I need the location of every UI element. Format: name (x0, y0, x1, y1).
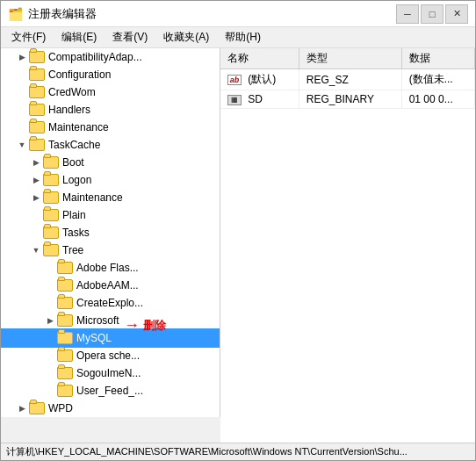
expand-tree[interactable]: ▼ (29, 243, 43, 257)
tree-node-compat[interactable]: ▶ CompatibilityAdap... (1, 48, 220, 66)
close-button[interactable]: ✕ (445, 4, 468, 24)
reg-data-sd: 01 00 0... (401, 90, 474, 109)
col-header-type: 类型 (299, 48, 401, 69)
expand-userfeed (43, 384, 57, 398)
tree-node-operasche[interactable]: Opera sche... (1, 347, 220, 364)
main-content: ▶ CompatibilityAdap... Configuration Cre… (1, 48, 475, 443)
node-label-taskcache: TaskCache (48, 139, 100, 151)
tree-node-adobeaam[interactable]: AdobeAAM... (1, 277, 220, 294)
col-header-name: 名称 (220, 48, 299, 69)
maximize-button[interactable]: □ (421, 4, 444, 24)
node-label-createexplo: CreateExplo... (76, 297, 143, 309)
node-label-tasks: Tasks (62, 227, 90, 239)
tree-node-microsoft[interactable]: ▶ Microsoft (1, 312, 220, 329)
tree-node-credwom[interactable]: CredWom (1, 83, 220, 101)
title-bar-left: 🗂️ 注册表编辑器 (8, 6, 97, 22)
window-title: 注册表编辑器 (28, 6, 97, 22)
expand-microsoft[interactable]: ▶ (43, 313, 57, 328)
folder-icon-maint (29, 121, 45, 133)
menu-edit[interactable]: 编辑(E) (54, 28, 104, 47)
folder-icon-maintenance2 (43, 191, 59, 204)
col-header-data: 数据 (401, 48, 474, 69)
folder-icon-createexplo (57, 297, 73, 309)
expand-handlers (15, 103, 29, 117)
tree-node-wpd[interactable]: ▶ WPD (1, 400, 220, 417)
ab-icon: ab (227, 75, 242, 85)
tree-node-adobeflas[interactable]: Adobe Flas... (1, 259, 220, 277)
tree-node-maintenance2[interactable]: ▶ Maintenance (1, 189, 220, 206)
node-label-operasche: Opera sche... (76, 349, 140, 362)
menu-file[interactable]: 文件(F) (4, 28, 53, 47)
expand-createexplo (43, 296, 57, 310)
tree-node-handlers[interactable]: Handlers (1, 101, 220, 119)
node-label-sogouime: SogouImeN... (76, 367, 141, 379)
folder-icon-handlers (29, 104, 45, 116)
tree-node-boot[interactable]: ▶ Boot (1, 154, 220, 171)
node-label-adobeflas: Adobe Flas... (76, 262, 139, 274)
expand-sogouime (43, 366, 57, 380)
node-label-maint: Maintenance (48, 121, 109, 133)
tree-node-maint[interactable]: Maintenance (1, 119, 220, 136)
expand-maint (15, 120, 29, 134)
tree-node-sogouime[interactable]: SogouImeN... (1, 364, 220, 382)
expand-operasche (43, 349, 57, 363)
expand-boot[interactable]: ▶ (29, 155, 43, 169)
folder-icon-tree (43, 244, 59, 256)
node-label-plain: Plain (62, 209, 86, 221)
tree-node-taskcache[interactable]: ▼ TaskCache (1, 136, 220, 154)
table-row[interactable]: ab (默认) REG_SZ (数值未... (220, 69, 475, 90)
menu-view[interactable]: 查看(V) (105, 28, 155, 47)
reg-data-default: (数值未... (401, 69, 474, 90)
tree-node-mysql[interactable]: MySQL (1, 329, 220, 347)
node-label-maintenance2: Maintenance (62, 191, 123, 204)
node-label-compat: CompatibilityAdap... (48, 51, 142, 63)
expand-compat[interactable]: ▶ (15, 50, 29, 64)
tree-node-plain[interactable]: Plain (1, 206, 220, 224)
expand-mysql (43, 331, 57, 345)
node-label-config: Configuration (48, 68, 111, 81)
expand-taskcache[interactable]: ▼ (15, 138, 29, 152)
menu-bar: 文件(F) 编辑(E) 查看(V) 收藏夹(A) 帮助(H) (1, 27, 475, 48)
table-row[interactable]: ▦ SD REG_BINARY 01 00 0... (220, 90, 475, 109)
node-label-adobeaam: AdobeAAM... (76, 279, 139, 292)
folder-icon-logon (43, 174, 59, 186)
tree-node-tasks[interactable]: Tasks (1, 224, 220, 241)
title-controls: ─ □ ✕ (396, 4, 468, 24)
tree-node-userfeed[interactable]: User_Feed_... (1, 382, 220, 400)
expand-config (15, 68, 29, 82)
expand-credwom (15, 85, 29, 99)
reg-name-default-label: (默认) (248, 73, 276, 85)
folder-icon-userfeed (57, 385, 73, 397)
node-label-tree: Tree (62, 244, 83, 256)
tree-panel[interactable]: ▶ CompatibilityAdap... Configuration Cre… (1, 48, 220, 417)
left-panel-wrapper: ▶ CompatibilityAdap... Configuration Cre… (1, 48, 220, 443)
menu-favorites[interactable]: 收藏夹(A) (156, 28, 216, 47)
status-text: 计算机\HKEY_LOCAL_MACHINE\SOFTWARE\Microsof… (6, 445, 407, 458)
folder-icon-tasks (43, 227, 59, 239)
folder-icon-config (29, 68, 45, 81)
registry-editor-window: 🗂️ 注册表编辑器 ─ □ ✕ 文件(F) 编辑(E) 查看(V) 收藏夹(A)… (0, 0, 476, 461)
expand-logon[interactable]: ▶ (29, 173, 43, 187)
reg-name-sd: ▦ SD (220, 90, 299, 109)
menu-help[interactable]: 帮助(H) (218, 28, 268, 47)
node-label-mysql: MySQL (76, 332, 112, 344)
tree-node-createexplo[interactable]: CreateExplo... (1, 294, 220, 312)
expand-maintenance2[interactable]: ▶ (29, 191, 43, 205)
minimize-button[interactable]: ─ (396, 4, 419, 24)
node-label-credwom: CredWom (48, 86, 96, 98)
folder-icon-adobeflas (57, 262, 73, 274)
node-label-boot: Boot (62, 156, 84, 169)
node-label-handlers: Handlers (48, 104, 90, 116)
binary-icon: ▦ (227, 95, 242, 105)
expand-wpd[interactable]: ▶ (15, 401, 29, 415)
app-icon: 🗂️ (8, 7, 23, 21)
tree-node-config[interactable]: Configuration (1, 66, 220, 83)
tree-node-logon[interactable]: ▶ Logon (1, 171, 220, 189)
folder-icon-credwom (29, 86, 45, 98)
folder-icon-compat (29, 51, 45, 63)
folder-icon-microsoft (57, 314, 73, 327)
title-bar: 🗂️ 注册表编辑器 ─ □ ✕ (1, 1, 475, 27)
registry-table: 名称 类型 数据 ab (默认) REG_SZ (数值未... (220, 48, 475, 109)
reg-name-default: ab (默认) (220, 69, 299, 90)
tree-node-tree[interactable]: ▼ Tree (1, 241, 220, 259)
